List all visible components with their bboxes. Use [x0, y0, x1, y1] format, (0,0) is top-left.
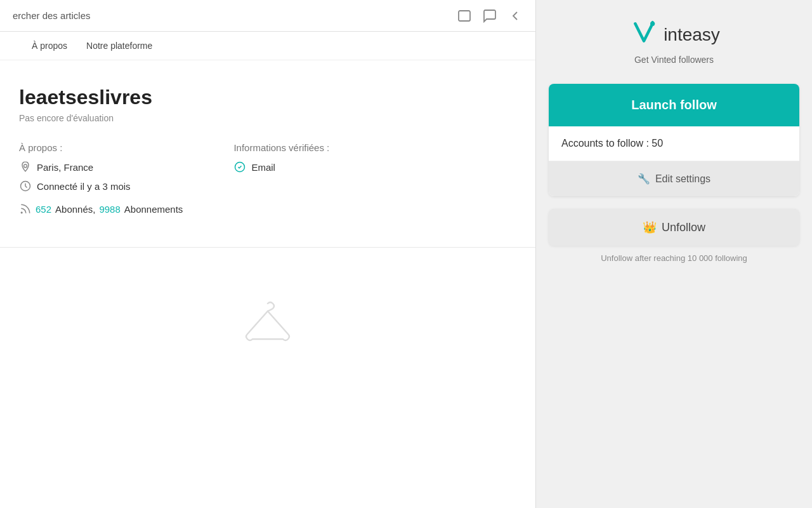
hanger-area	[0, 248, 535, 362]
last-seen-item: Connecté il y a 3 mois	[19, 180, 183, 192]
nav-bar: À propos Notre plateforme	[0, 32, 535, 60]
about-label: À propos :	[19, 142, 183, 153]
verified-email-text: Email	[251, 162, 275, 173]
location-text: Paris, France	[37, 162, 93, 173]
unfollow-description: Unfollow after reaching 10 000 following	[594, 253, 754, 263]
launch-follow-button[interactable]: Launch follow	[549, 84, 799, 126]
top-bar: ercher des articles	[0, 0, 535, 32]
followers-line: 652 Abonnés, 9988 Abonnements	[19, 203, 183, 215]
followers-count: 652	[36, 204, 51, 215]
crown-icon: 👑	[643, 220, 657, 234]
following-label: Abonnements	[124, 204, 183, 215]
svg-point-3	[21, 212, 22, 213]
chat-icon[interactable]	[482, 8, 497, 23]
logo-text: inteasy	[664, 25, 720, 45]
verified-email-item: Email	[233, 161, 329, 173]
rss-icon	[19, 203, 32, 215]
main-content: ercher des articles À propos Notre plate…	[0, 0, 535, 508]
logo-area: inteasy Get Vinted followers	[628, 19, 720, 65]
unfollow-card: 👑 Unfollow	[549, 209, 799, 246]
rectangle-icon[interactable]	[457, 8, 472, 23]
followers-label: Abonnés,	[55, 204, 95, 215]
edit-settings-button[interactable]: 🔧 Edit settings	[549, 161, 799, 196]
svg-rect-0	[459, 11, 470, 21]
profile-details: À propos : Paris, France Connecté il y a…	[19, 142, 516, 215]
top-icons	[457, 8, 523, 23]
following-count: 9988	[99, 204, 120, 215]
nav-item-plateforme[interactable]: Notre plateforme	[86, 41, 152, 51]
last-seen-text: Connecté il y a 3 mois	[37, 181, 131, 192]
search-text: ercher des articles	[13, 10, 91, 21]
svg-point-6	[652, 21, 654, 23]
profile-rating: Pas encore d'évaluation	[19, 113, 516, 123]
profile-username: leaetseslivres	[19, 86, 516, 109]
profile-section: leaetseslivres Pas encore d'évaluation À…	[0, 60, 535, 247]
nav-item-apropos[interactable]: À propos	[32, 41, 67, 51]
back-icon[interactable]	[508, 8, 523, 23]
edit-settings-label: Edit settings	[655, 173, 710, 185]
checkmark-icon	[233, 161, 246, 173]
logo-tagline: Get Vinted followers	[634, 55, 714, 65]
unfollow-button[interactable]: 👑 Unfollow	[549, 209, 799, 246]
clock-icon	[19, 180, 32, 192]
wrench-icon: 🔧	[638, 173, 650, 185]
main-action-card: Launch follow Accounts to follow : 50 🔧 …	[549, 84, 799, 196]
verified-section: Informations vérifiées : Email	[233, 142, 329, 215]
location-item: Paris, France	[19, 161, 183, 173]
svg-point-1	[24, 164, 27, 168]
accounts-to-follow-row: Accounts to follow : 50	[549, 126, 799, 161]
logo-row: inteasy	[628, 19, 720, 51]
vinteasy-logo-icon	[628, 19, 660, 51]
hanger-icon	[242, 298, 293, 349]
extension-panel: inteasy Get Vinted followers Launch foll…	[535, 0, 812, 508]
location-icon	[19, 161, 32, 173]
unfollow-label: Unfollow	[662, 221, 705, 234]
about-section: À propos : Paris, France Connecté il y a…	[19, 142, 183, 215]
verified-label: Informations vérifiées :	[233, 142, 329, 153]
